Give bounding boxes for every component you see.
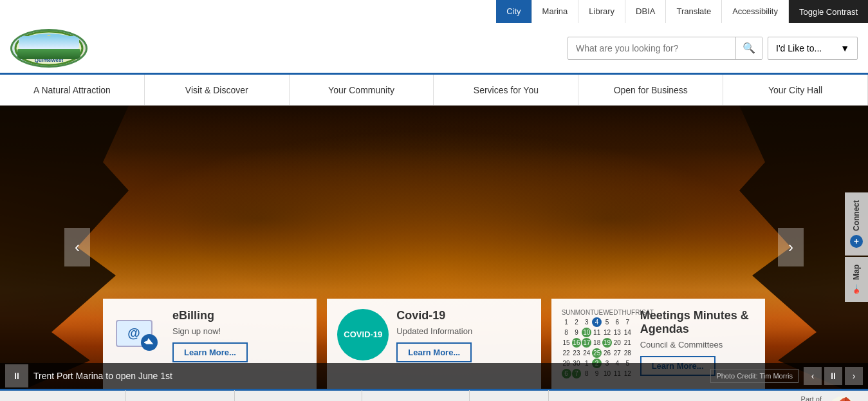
bottom-bar-notices[interactable]: NOTICES & NEWS [126,390,235,402]
nav-your-community[interactable]: Your Community [290,75,434,105]
meetings-title: Meetings Minutes & Agendas [640,309,755,336]
svg-text:@: @ [127,326,140,340]
nav-open-for-business[interactable]: Open for Business [578,75,723,105]
dropdown-chevron-icon: ▼ [840,43,849,53]
top-nav-dbia[interactable]: DBIA [625,0,666,23]
hero-prev-button[interactable]: ‹ [64,228,90,266]
ebilling-content: eBilling Sign up now! Learn More... [172,309,306,362]
svg-point-3 [45,35,53,43]
bay-quinte-text: Part of Bay of Quinte REGION [775,395,822,402]
top-nav-translate[interactable]: Translate [666,0,722,23]
top-nav-city[interactable]: City [496,0,531,23]
connect-label: Connect [852,200,861,231]
covid-title: Covid-19 [396,309,530,322]
map-icon: 📍 [851,284,862,294]
bottom-bar-items: CALENDAR & EVENTS NOTICES & NEWS COUNCIL… [0,390,765,402]
bay-quinte-logo: Part of Bay of Quinte REGION [765,389,868,402]
search-input[interactable] [568,43,735,53]
connect-button[interactable]: + Connect [845,192,868,256]
bottom-bar-calendar[interactable]: CALENDAR & EVENTS [0,390,126,402]
covid-icon: COVID-19 [337,309,389,360]
search-area: 🔍 I'd Like to... ▼ [568,37,858,60]
nav-your-city-hall[interactable]: Your City Hall [723,75,868,105]
svg-text:QuinteWest: QuinteWest [35,57,64,63]
covid-learn-more-button[interactable]: Learn More... [396,342,472,362]
toggle-contrast-button[interactable]: Toggle Contrast [789,0,868,23]
top-bar-nav: City Marina Library DBIA Translate Acces… [496,0,868,23]
top-nav-library[interactable]: Library [578,0,625,23]
ticker-pause2-button[interactable]: ⏸ [824,367,842,385]
ebilling-icon: @ [113,309,165,360]
photo-credit: Photo Credit: Tim Morris [710,369,799,383]
hero-next-button[interactable]: › [778,228,804,266]
svg-point-1 [23,33,75,49]
covid-content: Covid-19 Updated Information Learn More.… [396,309,530,362]
search-button[interactable]: 🔍 [735,37,762,60]
bottom-bar-council[interactable]: COUNCIL & MEETINGS [235,390,362,402]
side-panel: + Connect 📍 Map [845,192,868,302]
top-bar: City Marina Library DBIA Translate Acces… [0,0,868,23]
ebilling-title: eBilling [172,309,306,322]
covid-subtitle: Updated Information [396,326,530,336]
bay-quinte-leaf-icon [827,394,858,402]
ebilling-learn-more-button[interactable]: Learn More... [172,342,248,362]
id-like-label: I'd Like to... [776,43,822,53]
main-nav: A Natural Attraction Visit & Discover Yo… [0,75,868,106]
ticker-controls: ‹ ⏸ › [804,367,863,385]
site-logo[interactable]: QuinteWest [10,29,88,68]
ticker-next-button[interactable]: › [845,367,863,385]
search-box: 🔍 [568,37,762,60]
map-label: Map [852,265,861,280]
connect-icon: + [850,235,863,248]
hero-section: ‹ › + Connect 📍 Map @ eBi [0,106,868,389]
top-nav-marina[interactable]: Marina [532,0,579,23]
bottom-bar-contact[interactable]: CONTACT [470,390,549,402]
map-button[interactable]: 📍 Map [845,257,868,302]
ebilling-subtitle: Sign up now! [172,326,306,336]
header-row: QuinteWest 🔍 I'd Like to... ▼ [0,23,868,75]
nav-visit-discover[interactable]: Visit & Discover [145,75,290,105]
ticker-text: Trent Port Marina to open June 1st [33,371,710,381]
nav-services-for-you[interactable]: Services for You [434,75,578,105]
news-ticker: ⏸ Trent Port Marina to open June 1st Pho… [0,363,868,389]
calendar-headers: SUN MON TUE WED THU FRI SAT [562,309,633,316]
id-like-button[interactable]: I'd Like to... ▼ [768,37,858,60]
top-nav-accessibility[interactable]: Accessibility [722,0,789,23]
bottom-bar: CALENDAR & EVENTS NOTICES & NEWS COUNCIL… [0,389,868,401]
logo-area: QuinteWest [10,29,152,68]
nav-natural-attraction[interactable]: A Natural Attraction [0,75,145,105]
meetings-subtitle: Council & Committees [640,340,755,350]
ticker-pause-button[interactable]: ⏸ [5,364,28,387]
ticker-prev-button[interactable]: ‹ [804,367,822,385]
bottom-bar-az[interactable]: A – Z DIRECTORY [362,390,470,402]
